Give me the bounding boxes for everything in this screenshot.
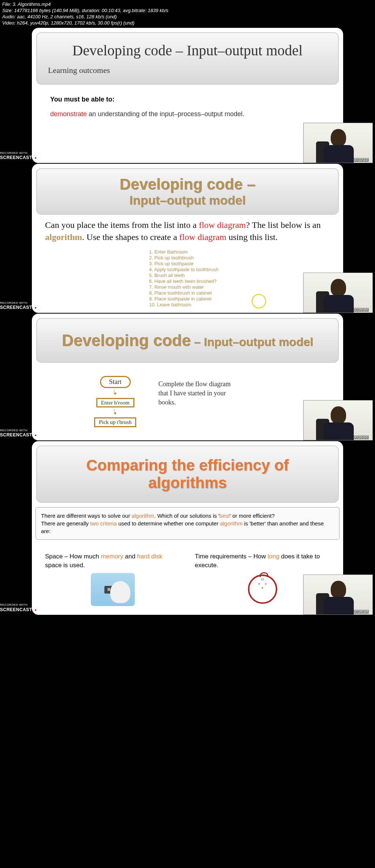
meta-audio: Audio: aac, 44100 Hz, 2 channels, s16, 1… — [2, 14, 373, 20]
watermark: RECORDED WITH SCREENCASTMATIC — [0, 603, 53, 613]
slide-title: Comparing the efficiency of algorithms — [48, 457, 327, 492]
flow-box-2: Pick up t'brush — [94, 417, 136, 427]
slide-3: Developing code – Input–output model Sta… — [0, 314, 375, 440]
watermark: RECORDED WITH SCREENCASTMATIC — [0, 151, 53, 161]
watermark-icon — [33, 305, 38, 310]
slide-1: Developing code – Input–output model Lea… — [0, 28, 375, 163]
info-box: There are different ways to solve our al… — [36, 507, 339, 540]
ram-image: RAM — [91, 573, 135, 606]
watermark-icon — [33, 607, 38, 613]
webcam-overlay: 00:04:48 — [303, 273, 373, 313]
watermark: RECORDED WITH SCREENCASTMATIC — [0, 301, 53, 311]
arrow-icon: │▼ — [113, 410, 117, 414]
outcome-text: demonstrate an understanding of the inpu… — [50, 109, 325, 119]
slide-4: Comparing the efficiency of algorithms T… — [0, 441, 375, 615]
slide-title: Developing code – Input–output model — [44, 331, 331, 350]
timestamp: 00:08:34 — [353, 610, 369, 614]
arrow-icon: │▼ — [113, 391, 117, 395]
timestamp: 00:06:26 — [353, 435, 369, 439]
timestamp: 00:02:10 — [353, 158, 369, 162]
webcam-overlay: 00:02:10 — [303, 123, 373, 163]
slide-subtitle: Learning outcomes — [48, 66, 327, 75]
flow-instruction: Complete the flow diagram that I have st… — [158, 376, 231, 427]
flowchart: Start │▼ Enter b'room │▼ Pick up t'brush… — [32, 367, 343, 440]
slide-title: Developing code – — [44, 176, 331, 193]
watermark-icon — [33, 155, 38, 160]
watermark: RECORDED WITH SCREENCASTMATIC — [0, 429, 53, 438]
watermark-icon — [33, 433, 38, 438]
slide-subtitle: Input–output model — [44, 193, 331, 207]
space-column: Space – How much memory and hard disk sp… — [45, 552, 180, 606]
outcome-heading: You must be able to: — [50, 96, 325, 103]
cursor-highlight — [252, 294, 266, 309]
meta-video: Video: h264, yuv420p, 1280x720, 1702 kb/… — [2, 20, 373, 26]
webcam-overlay: 00:08:34 — [303, 575, 373, 615]
webcam-overlay: 00:06:26 — [303, 400, 373, 440]
clock-image: 129 36 — [248, 575, 277, 604]
question-text: Can you place the items from the list in… — [32, 219, 343, 244]
timestamp: 00:04:48 — [353, 308, 369, 312]
algorithm-list: 1. Enter Bathroom 2. Pick up toothbrush … — [32, 244, 343, 313]
meta-file: File: 3. Algorithms.mp4 — [2, 1, 373, 8]
slide-2: Developing code – Input–output model Can… — [0, 164, 375, 313]
slide-title: Developing code – Input–output model — [48, 42, 327, 59]
flow-box-1: Enter b'room — [96, 398, 134, 408]
flow-start: Start — [100, 376, 131, 388]
meta-size: Size: 147781166 bytes (140.94 MiB), dura… — [2, 8, 373, 14]
media-metadata: File: 3. Algorithms.mp4 Size: 147781166 … — [0, 0, 375, 28]
